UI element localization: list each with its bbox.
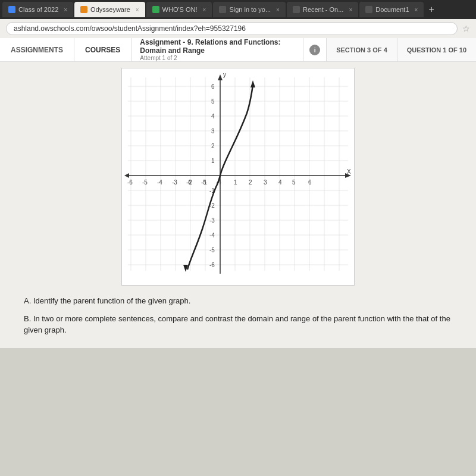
assignment-subtitle: Attempt 1 of 2 — [140, 55, 295, 61]
tab-label-odysseyware: Odysseyware — [90, 6, 130, 13]
tab-close-class[interactable]: × — [64, 7, 67, 13]
tab-recent[interactable]: Recent - On... × — [287, 2, 358, 17]
x-tick-neg5: -5 — [142, 179, 148, 186]
y-axis-label: y — [223, 71, 226, 78]
tab-icon-signin — [219, 6, 226, 13]
assignment-title: Assignment - 9. Relations and Functions:… — [140, 38, 295, 55]
x-tick-4: 4 — [278, 179, 282, 186]
browser-chrome: Class of 2022 × Odysseyware × WHO'S ON! … — [0, 0, 476, 38]
tab-close-odysseyware[interactable]: × — [136, 7, 139, 13]
curve-top-arrow — [250, 80, 255, 87]
tab-label-whos-on: WHO'S ON! — [162, 6, 198, 13]
tab-icon-document — [365, 6, 372, 13]
bookmark-icon[interactable]: ☆ — [462, 24, 470, 33]
tab-close-whos-on[interactable]: × — [203, 7, 206, 13]
y-axis-arrow — [218, 74, 223, 80]
tab-icon-odysseyware — [80, 6, 87, 13]
y-tick-neg4: -4 — [209, 232, 215, 239]
courses-nav-button[interactable]: COURSES — [74, 38, 131, 61]
x-tick-1: 1 — [234, 179, 237, 186]
tab-label-class: Class of 2022 — [18, 6, 58, 13]
tab-bar: Class of 2022 × Odysseyware × WHO'S ON! … — [0, 0, 476, 19]
y-tick-neg6: -6 — [209, 262, 215, 268]
tab-close-document[interactable]: × — [415, 7, 418, 13]
x-axis-label: X — [347, 168, 351, 175]
assignments-nav-button[interactable]: ASSIGNMENTS — [0, 38, 74, 61]
tab-document[interactable]: Document1 × — [359, 2, 424, 17]
tab-icon-whos-on — [152, 6, 159, 13]
tab-class-2022[interactable]: Class of 2022 × — [2, 2, 73, 17]
tab-close-signin[interactable]: × — [276, 7, 280, 13]
x-tick-neg4: -4 — [157, 179, 162, 186]
assignments-label: ASSIGNMENTS — [11, 46, 63, 54]
tab-label-signin: Sign in to yo... — [229, 6, 271, 13]
y-tick-5: 5 — [211, 98, 215, 105]
x-tick-neg2: -2 — [187, 179, 192, 186]
question-label: QUESTION 1 OF 10 — [407, 46, 466, 54]
y-tick-neg5: -5 — [209, 247, 215, 253]
question-text: A. Identify the parent function of the g… — [12, 295, 464, 342]
x-tick-5: 5 — [292, 179, 296, 186]
address-input[interactable]: ashland.owschools.com/owsoo/studentAssig… — [6, 22, 458, 35]
tab-close-recent[interactable]: × — [349, 7, 352, 13]
question-part-a: A. Identify the parent function of the g… — [24, 295, 452, 307]
section-badge: SECTION 3 OF 4 — [327, 38, 397, 61]
tab-label-document: Document1 — [375, 6, 409, 13]
section-label: SECTION 3 OF 4 — [336, 46, 387, 54]
app-header: ASSIGNMENTS COURSES Assignment - 9. Rela… — [0, 38, 476, 62]
y-tick-2: 2 — [211, 143, 215, 149]
y-tick-4: 4 — [211, 113, 215, 120]
courses-label: COURSES — [85, 46, 120, 54]
add-tab-button[interactable]: + — [425, 4, 437, 15]
graph-container: X y -6 -5 -4 -6 -5 -4 -3 -2 -1 1 2 3 4 5… — [121, 68, 355, 286]
coordinate-graph: X y -6 -5 -4 -6 -5 -4 -3 -2 -1 1 2 3 4 5… — [122, 68, 354, 283]
x-tick-2: 2 — [249, 179, 252, 186]
tab-icon-class — [8, 6, 15, 13]
x-tick-neg3: -3 — [172, 179, 177, 186]
info-section[interactable]: i — [303, 38, 327, 61]
tab-signin[interactable]: Sign in to yo... × — [213, 2, 286, 17]
tab-icon-recent — [293, 6, 300, 13]
y-tick-3: 3 — [211, 128, 215, 134]
vertical-grid — [131, 77, 339, 271]
tab-label-recent: Recent - On... — [303, 6, 343, 13]
info-icon: i — [309, 45, 320, 55]
tab-odysseyware[interactable]: Odysseyware × — [74, 2, 145, 17]
y-tick-neg3: -3 — [209, 217, 215, 224]
address-bar: ashland.owschools.com/owsoo/studentAssig… — [0, 19, 476, 38]
x-axis-left-arrow — [124, 173, 129, 178]
y-tick-1: 1 — [211, 158, 215, 164]
tab-whos-on[interactable]: WHO'S ON! × — [146, 2, 212, 17]
main-content: X y -6 -5 -4 -6 -5 -4 -3 -2 -1 1 2 3 4 5… — [0, 62, 476, 348]
question-badge: QUESTION 1 OF 10 — [397, 38, 476, 61]
assignment-info: Assignment - 9. Relations and Functions:… — [131, 38, 303, 61]
x-tick-neg6: -6 — [127, 179, 133, 186]
question-part-b: B. In two or more complete sentences, co… — [24, 313, 452, 336]
x-tick-neg1: -1 — [202, 179, 207, 186]
x-tick-3: 3 — [264, 179, 267, 186]
y-tick-6: 6 — [211, 83, 215, 90]
x-tick-6: 6 — [308, 179, 312, 186]
